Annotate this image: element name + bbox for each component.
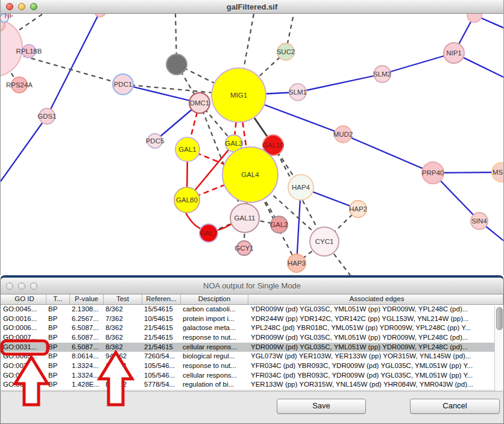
table-row-8[interactable]: GO:0050...BP1.428E...80/3625778/54...reg… — [1, 380, 495, 390]
cell-3-2: 6.5087... — [70, 333, 104, 343]
column-header-5[interactable]: Desciption — [181, 295, 248, 304]
cell-5-3: 94/362 — [104, 352, 142, 361]
column-header-0[interactable]: GO ID — [1, 295, 46, 304]
cell-4-1: BP — [46, 343, 70, 352]
node-label-RPS24A: RPS24A — [6, 81, 33, 89]
cell-3-3: 8/362 — [104, 333, 142, 343]
noa-output-window: NOA output for Single Mode GO IDT...P-va… — [0, 275, 504, 424]
table-row-3[interactable]: GO:0007...BP6.5087...8/36221/54615respon… — [1, 333, 495, 343]
close-button[interactable] — [6, 282, 13, 290]
cancel-button[interactable]: Cancel — [410, 399, 500, 414]
column-header-3[interactable]: Test — [104, 295, 142, 304]
node-label-GAL80: GAL80 — [176, 196, 198, 204]
cell-0-0: GO:0045... — [1, 305, 46, 314]
cell-7-6: YFR034C (pd) YBR093C, YDR009W (pd) YGL03… — [248, 371, 495, 381]
node-label-HAP3: HAP3 — [288, 260, 306, 267]
cell-7-3: 11/362 — [104, 371, 142, 381]
table-row-4[interactable]: GO:0031...BP6.5087...8/36221/54615cellul… — [1, 343, 495, 352]
cell-5-1: BP — [46, 352, 70, 361]
cell-1-0: GO:0016... — [1, 314, 46, 324]
cell-6-2: 1.3324... — [70, 361, 104, 371]
cell-1-4: 10/54615 — [142, 314, 181, 324]
cell-7-1: BP — [46, 371, 70, 381]
cell-8-3: 80/362 — [104, 380, 142, 390]
node-PNKTB[interactable] — [95, 14, 106, 17]
save-button[interactable]: Save — [277, 399, 366, 414]
cell-7-0: GO:0031... — [1, 371, 46, 381]
network-window-titlebar: galFiltered.sif — [1, 0, 503, 14]
node-label-PRP40: PRP40 — [422, 169, 444, 176]
cell-4-5: cellular respons... — [181, 343, 248, 352]
table-row-6[interactable]: GO:0031...BP1.3324...11/362105/546...res… — [1, 361, 495, 371]
vertical-scrollbar[interactable] — [494, 306, 503, 391]
network-window-title: galFiltered.sif — [1, 2, 503, 11]
cell-2-6: YPL248C (pd) YBR018C, YML051W (pp) YDR00… — [248, 323, 495, 333]
table-row-1[interactable]: GO:0016...BP6.2567...7/36210/54615protei… — [1, 314, 495, 324]
cell-4-0: GO:0031... — [1, 343, 46, 352]
table-header: GO IDT...P-valueTestReferen...Desciption… — [1, 295, 503, 305]
cell-2-2: 6.5087... — [70, 323, 104, 333]
cell-6-0: GO:0031... — [1, 361, 46, 371]
node-label-GAL7: GAL7 — [200, 229, 217, 237]
cell-0-3: 8/362 — [104, 305, 142, 314]
node-label-MSL1: MSL1 — [493, 169, 503, 176]
cell-8-2: 1.428E... — [70, 380, 104, 390]
cell-5-5: biological regul... — [181, 352, 248, 361]
cell-1-6: YDR244W (pp) YDR142C, YDR142C (pp) YGL15… — [248, 314, 495, 324]
zoom-button[interactable] — [30, 282, 37, 290]
cell-4-4: 21/54615 — [142, 343, 181, 352]
cell-5-6: YGL073W (pd) YER103W, YER133W (pp) YOR31… — [248, 352, 495, 361]
scrollbar-thumb[interactable] — [496, 307, 503, 330]
zoom-button[interactable] — [30, 3, 37, 10]
node-label-SLM2: SLM2 — [373, 70, 391, 78]
node-label-SLM1: SLM1 — [289, 89, 307, 96]
cell-6-1: BP — [46, 361, 70, 371]
cell-3-4: 21/54615 — [142, 333, 181, 343]
cell-3-0: GO:0007... — [1, 333, 46, 343]
table-row-7[interactable]: GO:0031...BP1.3324...11/362105/546...cel… — [1, 371, 495, 381]
cell-8-0: GO:0050... — [1, 380, 46, 390]
column-header-1[interactable]: T... — [46, 295, 70, 304]
minimize-button[interactable] — [18, 3, 25, 10]
node-label-NIP1: NIP1 — [446, 49, 462, 57]
cell-0-2: 2.1308... — [70, 305, 104, 314]
cell-0-6: YDR009W (pd) YGL035C, YML051W (pp) YDR00… — [248, 305, 495, 314]
cell-1-1: BP — [46, 314, 70, 324]
cell-1-5: protein import i... — [181, 314, 248, 324]
minimize-button[interactable] — [18, 282, 25, 290]
network-canvas[interactable]: TIFRPL18BRPS24AGDS1PDC1DMC1MIG1SUC2SLM1S… — [1, 14, 503, 275]
close-button[interactable] — [6, 3, 13, 10]
cell-6-3: 11/362 — [104, 361, 142, 371]
column-header-2[interactable]: P-value — [70, 295, 104, 304]
node-label-TIF: TIF — [3, 14, 13, 19]
cell-0-1: BP — [46, 305, 70, 314]
cell-5-2: 8.0614... — [70, 352, 104, 361]
node-label-GAL1: GAL1 — [178, 146, 196, 153]
cell-6-5: response to nut... — [181, 361, 248, 371]
node-label-MIG1: MIG1 — [230, 92, 247, 99]
node-label-HAP2: HAP2 — [349, 205, 367, 213]
edge-blue-2 — [123, 84, 200, 103]
edge-blue-11 — [343, 134, 433, 173]
edge-blue-1 — [1, 116, 47, 181]
noa-window-titlebar: NOA output for Single Mode — [1, 278, 503, 295]
node-label-DMC1: DMC1 — [190, 99, 210, 107]
table-row-5[interactable]: GO:0065...BP8.0614...94/3627260/54...bio… — [1, 352, 495, 361]
node-label-GAL2: GAL2 — [270, 221, 288, 228]
cell-5-4: 7260/54... — [142, 352, 181, 361]
cell-4-6: YDR009W (pd) YGL035C, YML051W (pp) YDR00… — [248, 343, 495, 352]
node-label-GAL3: GAL3 — [225, 140, 242, 147]
node-PNKTD[interactable] — [467, 14, 482, 22]
table-row-0[interactable]: GO:0045...BP2.1308...8/36215/54615carbon… — [1, 305, 495, 314]
column-header-4[interactable]: Referen... — [142, 295, 181, 304]
node-GREYN[interactable] — [166, 54, 187, 75]
node-label-PDC5: PDC5 — [146, 137, 165, 145]
cell-2-3: 8/362 — [104, 323, 142, 333]
column-header-6[interactable]: Associated edges — [248, 295, 503, 304]
network-window: galFiltered.sif TIFRPL18BRPS24AGDS1PDC1D… — [0, 0, 504, 275]
screen: galFiltered.sif TIFRPL18BRPS24AGDS1PDC1D… — [0, 0, 504, 424]
cell-1-3: 7/362 — [104, 314, 142, 324]
table-row-2[interactable]: GO:0006...BP6.5087...8/36221/54615galact… — [1, 323, 495, 333]
cell-3-5: response to nut... — [181, 333, 248, 343]
node-label-GAL10: GAL10 — [262, 142, 284, 149]
